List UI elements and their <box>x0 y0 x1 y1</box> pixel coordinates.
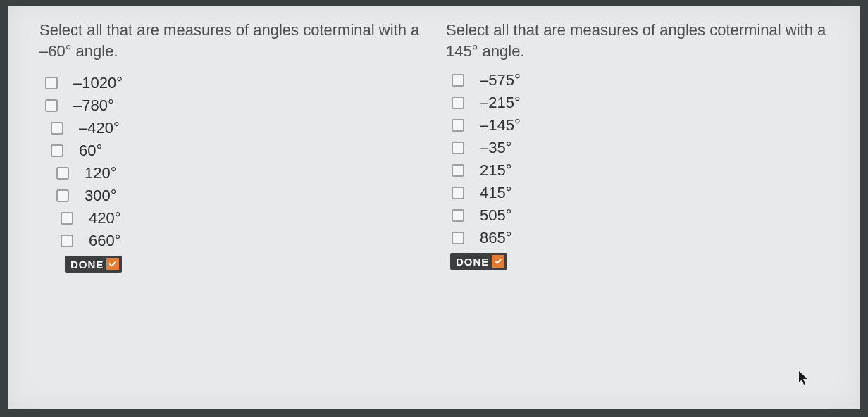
option-row[interactable]: 660° <box>39 232 432 250</box>
option-label: –420° <box>79 119 120 137</box>
option-row[interactable]: –35° <box>446 139 838 157</box>
checkbox-icon[interactable] <box>56 189 69 202</box>
option-row[interactable]: –420° <box>39 119 432 137</box>
done-button[interactable]: DONE <box>65 256 122 273</box>
checkbox-icon[interactable] <box>452 232 464 244</box>
prompt-right: Select all that are measures of angles c… <box>446 20 838 61</box>
option-row[interactable]: 415° <box>446 184 838 202</box>
option-row[interactable]: –215° <box>446 94 838 112</box>
option-label: 420° <box>89 209 121 228</box>
option-row[interactable]: 420° <box>39 209 432 228</box>
checkbox-icon[interactable] <box>45 99 58 112</box>
option-label: 60° <box>79 142 102 160</box>
prompt-left: Select all that are measures of angles c… <box>39 20 432 61</box>
option-row[interactable]: 865° <box>446 229 838 247</box>
check-icon <box>492 255 504 268</box>
option-row[interactable]: 215° <box>446 161 838 180</box>
option-label: 215° <box>480 161 512 180</box>
option-label: –35° <box>480 139 512 157</box>
cursor-icon <box>799 371 810 389</box>
done-label: DONE <box>70 259 104 270</box>
option-label: 120° <box>85 164 117 182</box>
option-row[interactable]: –145° <box>446 116 838 135</box>
checkbox-icon[interactable] <box>56 167 69 180</box>
option-row[interactable]: –575° <box>446 71 838 89</box>
option-label: 865° <box>480 229 512 247</box>
question-right: Select all that are measures of angles c… <box>446 20 838 387</box>
option-label: –575° <box>480 71 521 89</box>
checkbox-icon[interactable] <box>452 164 464 177</box>
checkbox-icon[interactable] <box>45 77 58 89</box>
checkbox-icon[interactable] <box>452 74 464 87</box>
option-label: –215° <box>480 94 521 112</box>
option-label: –780° <box>73 97 114 115</box>
option-label: –145° <box>480 116 521 135</box>
content-panel: Select all that are measures of angles c… <box>8 6 860 409</box>
options-right: –575° –215° –145° –35° 215° 415° <box>446 71 838 270</box>
checkbox-icon[interactable] <box>61 235 73 247</box>
option-row[interactable]: –1020° <box>39 74 432 92</box>
checkbox-icon[interactable] <box>452 119 464 132</box>
option-row[interactable]: –780° <box>39 97 432 115</box>
option-row[interactable]: 120° <box>39 164 432 182</box>
checkbox-icon[interactable] <box>452 209 464 222</box>
option-label: 505° <box>480 206 512 225</box>
done-button[interactable]: DONE <box>450 253 507 270</box>
check-icon <box>106 258 119 270</box>
checkbox-icon[interactable] <box>452 142 464 154</box>
options-left: –1020° –780° –420° 60° 120° 300° <box>39 74 432 273</box>
question-left: Select all that are measures of angles c… <box>39 20 446 387</box>
option-row[interactable]: 505° <box>446 206 838 225</box>
option-label: 300° <box>85 187 117 205</box>
checkbox-icon[interactable] <box>51 144 63 157</box>
option-row[interactable]: 60° <box>39 142 432 160</box>
checkbox-icon[interactable] <box>61 212 73 225</box>
checkbox-icon[interactable] <box>452 187 464 199</box>
option-label: –1020° <box>73 74 123 92</box>
option-label: 415° <box>480 184 512 202</box>
option-row[interactable]: 300° <box>39 187 432 205</box>
done-label: DONE <box>456 256 489 268</box>
checkbox-icon[interactable] <box>51 122 63 135</box>
option-label: 660° <box>89 232 121 250</box>
checkbox-icon[interactable] <box>452 97 464 109</box>
